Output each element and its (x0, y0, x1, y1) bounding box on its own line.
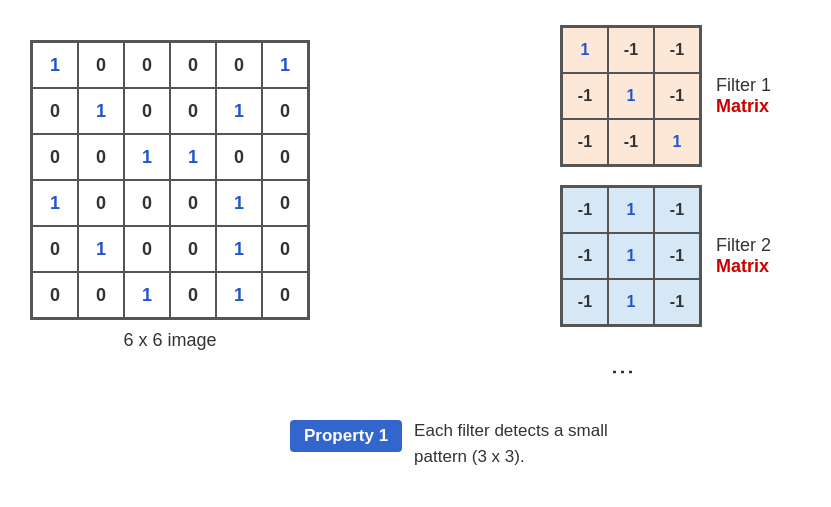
image-label: 6 x 6 image (123, 330, 216, 351)
property-desc-line1: Each filter detects a small (414, 421, 608, 440)
image-cell: 0 (124, 42, 170, 88)
filter1-cell: -1 (608, 119, 654, 165)
filter2-cell: 1 (608, 279, 654, 325)
image-cell: 1 (78, 226, 124, 272)
image-cell: 1 (216, 88, 262, 134)
image-cell: 0 (124, 226, 170, 272)
image-cell: 1 (262, 42, 308, 88)
filters-section: 1-1-1-11-1-1-11 Filter 1 Matrix -11-1-11… (560, 25, 771, 327)
filter1-cell: -1 (562, 73, 608, 119)
image-cell: 0 (170, 180, 216, 226)
image-matrix: 100001010010001100100010010010001010 (30, 40, 310, 320)
property-badge: Property 1 (290, 420, 402, 452)
image-cell: 1 (216, 226, 262, 272)
filter1-name: Filter 1 (716, 75, 771, 96)
image-section: 100001010010001100100010010010001010 6 x… (30, 40, 310, 351)
image-cell: 0 (170, 272, 216, 318)
image-cell: 0 (170, 226, 216, 272)
image-cell: 0 (32, 134, 78, 180)
filter1-cell: -1 (654, 73, 700, 119)
filter2-cell: -1 (654, 233, 700, 279)
filter2-cell: -1 (562, 279, 608, 325)
filter2-label: Filter 2 Matrix (716, 235, 771, 277)
main-container: 100001010010001100100010010010001010 6 x… (0, 0, 831, 507)
image-cell: 0 (32, 272, 78, 318)
property-description: Each filter detects a small pattern (3 x… (414, 418, 608, 469)
image-cell: 0 (32, 226, 78, 272)
image-cell: 0 (262, 180, 308, 226)
image-cell: 0 (170, 42, 216, 88)
filter1-block: 1-1-1-11-1-1-11 Filter 1 Matrix (560, 25, 771, 167)
image-cell: 0 (262, 226, 308, 272)
filter1-cell: -1 (608, 27, 654, 73)
filter2-matrix: -11-1-11-1-11-1 (560, 185, 702, 327)
image-cell: 0 (78, 134, 124, 180)
image-cell: 1 (170, 134, 216, 180)
filter1-matrix-label: Matrix (716, 96, 769, 117)
image-cell: 0 (216, 134, 262, 180)
image-cell: 0 (78, 180, 124, 226)
image-cell: 0 (262, 272, 308, 318)
image-cell: 0 (78, 272, 124, 318)
image-cell: 0 (262, 88, 308, 134)
image-cell: 0 (124, 88, 170, 134)
image-cell: 1 (124, 134, 170, 180)
property-desc-line2: pattern (3 x 3). (414, 447, 525, 466)
image-cell: 0 (170, 88, 216, 134)
image-cell: 0 (32, 88, 78, 134)
filter2-cell: -1 (562, 233, 608, 279)
filter1-cell: -1 (562, 119, 608, 165)
filter2-cell: -1 (654, 279, 700, 325)
image-cell: 1 (216, 180, 262, 226)
image-cell: 0 (78, 42, 124, 88)
image-cell: 1 (124, 272, 170, 318)
image-cell: 1 (216, 272, 262, 318)
image-cell: 1 (32, 42, 78, 88)
image-cell: 0 (262, 134, 308, 180)
filter2-cell: 1 (608, 233, 654, 279)
image-cell: 0 (124, 180, 170, 226)
image-cell: 0 (216, 42, 262, 88)
filter1-matrix: 1-1-1-11-1-1-11 (560, 25, 702, 167)
filter2-matrix-label: Matrix (716, 256, 769, 277)
filter2-name: Filter 2 (716, 235, 771, 256)
filter2-cell: -1 (562, 187, 608, 233)
filter1-cell: 1 (654, 119, 700, 165)
image-cell: 1 (32, 180, 78, 226)
filter2-cell: -1 (654, 187, 700, 233)
filter2-block: -11-1-11-1-11-1 Filter 2 Matrix (560, 185, 771, 327)
image-cell: 1 (78, 88, 124, 134)
filter1-cell: -1 (654, 27, 700, 73)
dots: ⋮ (608, 358, 636, 384)
filter2-cell: 1 (608, 187, 654, 233)
filter1-cell: 1 (562, 27, 608, 73)
filter1-label: Filter 1 Matrix (716, 75, 771, 117)
filter1-cell: 1 (608, 73, 654, 119)
property-section: Property 1 Each filter detects a small p… (290, 418, 608, 469)
